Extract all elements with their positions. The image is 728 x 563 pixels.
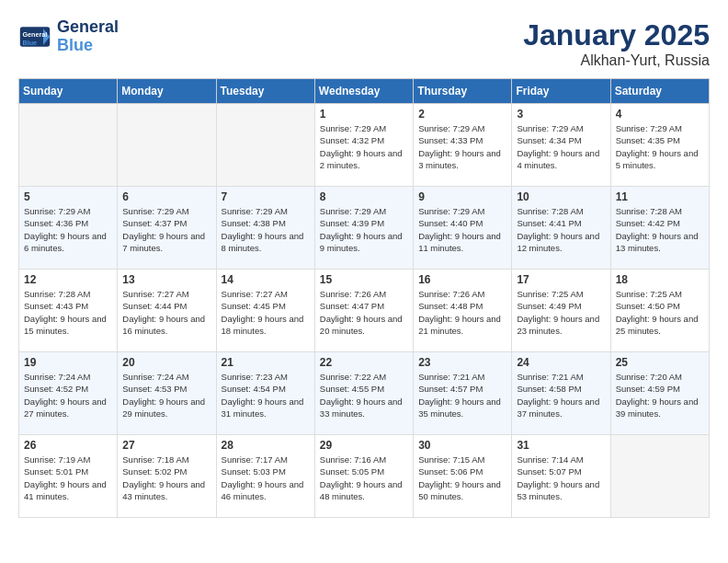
day-number: 8 bbox=[320, 190, 408, 203]
svg-text:General: General bbox=[23, 30, 48, 39]
calendar-cell: 23Sunrise: 7:21 AMSunset: 4:57 PMDayligh… bbox=[414, 352, 512, 435]
day-info: Sunrise: 7:29 AMSunset: 4:32 PMDaylight:… bbox=[320, 122, 408, 171]
logo-text: General Blue bbox=[57, 18, 119, 55]
day-info: Sunrise: 7:29 AMSunset: 4:36 PMDaylight:… bbox=[24, 205, 112, 254]
calendar-cell: 28Sunrise: 7:17 AMSunset: 5:03 PMDayligh… bbox=[216, 435, 314, 518]
calendar-cell: 14Sunrise: 7:27 AMSunset: 4:45 PMDayligh… bbox=[216, 270, 314, 352]
day-number: 29 bbox=[320, 439, 408, 452]
day-info: Sunrise: 7:28 AMSunset: 4:42 PMDaylight:… bbox=[616, 205, 704, 254]
day-number: 30 bbox=[418, 439, 506, 452]
day-info: Sunrise: 7:14 AMSunset: 5:07 PMDaylight:… bbox=[517, 454, 605, 502]
calendar-cell: 15Sunrise: 7:26 AMSunset: 4:47 PMDayligh… bbox=[314, 270, 413, 352]
col-header-friday: Friday bbox=[512, 79, 610, 104]
day-info: Sunrise: 7:21 AMSunset: 4:58 PMDaylight:… bbox=[517, 371, 605, 419]
calendar-header-row: SundayMondayTuesdayWednesdayThursdayFrid… bbox=[19, 79, 710, 104]
calendar-week-3: 12Sunrise: 7:28 AMSunset: 4:43 PMDayligh… bbox=[19, 270, 710, 352]
day-info: Sunrise: 7:28 AMSunset: 4:41 PMDaylight:… bbox=[517, 205, 605, 254]
calendar-cell: 6Sunrise: 7:29 AMSunset: 4:37 PMDaylight… bbox=[118, 187, 216, 270]
location-title: Alkhan-Yurt, Russia bbox=[523, 52, 710, 69]
day-number: 17 bbox=[517, 273, 605, 286]
day-info: Sunrise: 7:27 AMSunset: 4:45 PMDaylight:… bbox=[222, 288, 310, 337]
day-number: 4 bbox=[616, 108, 704, 121]
calendar-cell: 2Sunrise: 7:29 AMSunset: 4:33 PMDaylight… bbox=[414, 104, 512, 187]
calendar-cell: 31Sunrise: 7:14 AMSunset: 5:07 PMDayligh… bbox=[512, 435, 610, 518]
month-title: January 2025 bbox=[523, 18, 710, 52]
calendar-cell: 11Sunrise: 7:28 AMSunset: 4:42 PMDayligh… bbox=[610, 187, 709, 270]
day-info: Sunrise: 7:28 AMSunset: 4:43 PMDaylight:… bbox=[24, 288, 112, 337]
day-number: 2 bbox=[418, 108, 506, 121]
day-info: Sunrise: 7:27 AMSunset: 4:44 PMDaylight:… bbox=[122, 288, 210, 337]
calendar-cell bbox=[19, 104, 118, 187]
day-number: 28 bbox=[222, 439, 310, 452]
calendar-week-4: 19Sunrise: 7:24 AMSunset: 4:52 PMDayligh… bbox=[19, 352, 710, 435]
calendar-cell: 3Sunrise: 7:29 AMSunset: 4:34 PMDaylight… bbox=[512, 104, 610, 187]
day-info: Sunrise: 7:16 AMSunset: 5:05 PMDaylight:… bbox=[320, 454, 408, 502]
logo-icon: General Blue bbox=[18, 20, 51, 53]
day-number: 5 bbox=[24, 190, 112, 203]
day-number: 10 bbox=[517, 190, 605, 203]
calendar-cell: 21Sunrise: 7:23 AMSunset: 4:54 PMDayligh… bbox=[216, 352, 314, 435]
calendar-cell: 24Sunrise: 7:21 AMSunset: 4:58 PMDayligh… bbox=[512, 352, 610, 435]
day-info: Sunrise: 7:19 AMSunset: 5:01 PMDaylight:… bbox=[24, 454, 112, 502]
day-number: 15 bbox=[320, 273, 408, 286]
day-info: Sunrise: 7:20 AMSunset: 4:59 PMDaylight:… bbox=[616, 371, 704, 419]
day-number: 27 bbox=[122, 439, 210, 452]
day-number: 21 bbox=[222, 356, 310, 369]
calendar-cell: 27Sunrise: 7:18 AMSunset: 5:02 PMDayligh… bbox=[118, 435, 216, 518]
logo: General Blue General Blue bbox=[18, 18, 119, 55]
day-number: 11 bbox=[616, 190, 704, 203]
page-header: General Blue General Blue January 2025 A… bbox=[18, 18, 710, 69]
day-info: Sunrise: 7:15 AMSunset: 5:06 PMDaylight:… bbox=[418, 454, 506, 502]
day-number: 24 bbox=[517, 356, 605, 369]
day-info: Sunrise: 7:24 AMSunset: 4:53 PMDaylight:… bbox=[122, 371, 210, 419]
col-header-sunday: Sunday bbox=[19, 79, 118, 104]
calendar-cell: 12Sunrise: 7:28 AMSunset: 4:43 PMDayligh… bbox=[19, 270, 118, 352]
calendar-cell bbox=[610, 435, 709, 518]
day-number: 1 bbox=[320, 108, 408, 121]
day-number: 6 bbox=[122, 190, 210, 203]
calendar-cell: 16Sunrise: 7:26 AMSunset: 4:48 PMDayligh… bbox=[414, 270, 512, 352]
day-info: Sunrise: 7:29 AMSunset: 4:40 PMDaylight:… bbox=[418, 205, 506, 254]
day-number: 16 bbox=[418, 273, 506, 286]
day-number: 22 bbox=[320, 356, 408, 369]
day-number: 18 bbox=[616, 273, 704, 286]
day-info: Sunrise: 7:26 AMSunset: 4:47 PMDaylight:… bbox=[320, 288, 408, 337]
col-header-tuesday: Tuesday bbox=[216, 79, 314, 104]
calendar-cell: 9Sunrise: 7:29 AMSunset: 4:40 PMDaylight… bbox=[414, 187, 512, 270]
svg-text:Blue: Blue bbox=[23, 39, 38, 47]
calendar-cell bbox=[118, 104, 216, 187]
calendar-cell: 8Sunrise: 7:29 AMSunset: 4:39 PMDaylight… bbox=[314, 187, 413, 270]
col-header-saturday: Saturday bbox=[610, 79, 709, 104]
calendar-cell bbox=[216, 104, 314, 187]
calendar-cell: 22Sunrise: 7:22 AMSunset: 4:55 PMDayligh… bbox=[314, 352, 413, 435]
day-info: Sunrise: 7:29 AMSunset: 4:35 PMDaylight:… bbox=[616, 122, 704, 171]
calendar-cell: 30Sunrise: 7:15 AMSunset: 5:06 PMDayligh… bbox=[414, 435, 512, 518]
calendar-cell: 5Sunrise: 7:29 AMSunset: 4:36 PMDaylight… bbox=[19, 187, 118, 270]
day-info: Sunrise: 7:25 AMSunset: 4:50 PMDaylight:… bbox=[616, 288, 704, 337]
day-info: Sunrise: 7:17 AMSunset: 5:03 PMDaylight:… bbox=[222, 454, 310, 502]
day-info: Sunrise: 7:26 AMSunset: 4:48 PMDaylight:… bbox=[418, 288, 506, 337]
day-info: Sunrise: 7:21 AMSunset: 4:57 PMDaylight:… bbox=[418, 371, 506, 419]
day-info: Sunrise: 7:29 AMSunset: 4:33 PMDaylight:… bbox=[418, 122, 506, 171]
calendar-cell: 7Sunrise: 7:29 AMSunset: 4:38 PMDaylight… bbox=[216, 187, 314, 270]
day-info: Sunrise: 7:25 AMSunset: 4:49 PMDaylight:… bbox=[517, 288, 605, 337]
day-info: Sunrise: 7:29 AMSunset: 4:34 PMDaylight:… bbox=[517, 122, 605, 171]
title-block: January 2025 Alkhan-Yurt, Russia bbox=[523, 18, 710, 69]
calendar-week-1: 1Sunrise: 7:29 AMSunset: 4:32 PMDaylight… bbox=[19, 104, 710, 187]
day-info: Sunrise: 7:29 AMSunset: 4:37 PMDaylight:… bbox=[122, 205, 210, 254]
col-header-wednesday: Wednesday bbox=[314, 79, 413, 104]
calendar-cell: 10Sunrise: 7:28 AMSunset: 4:41 PMDayligh… bbox=[512, 187, 610, 270]
calendar-cell: 18Sunrise: 7:25 AMSunset: 4:50 PMDayligh… bbox=[610, 270, 709, 352]
day-info: Sunrise: 7:29 AMSunset: 4:39 PMDaylight:… bbox=[320, 205, 408, 254]
day-number: 19 bbox=[24, 356, 112, 369]
calendar-cell: 26Sunrise: 7:19 AMSunset: 5:01 PMDayligh… bbox=[19, 435, 118, 518]
calendar-week-5: 26Sunrise: 7:19 AMSunset: 5:01 PMDayligh… bbox=[19, 435, 710, 518]
day-info: Sunrise: 7:23 AMSunset: 4:54 PMDaylight:… bbox=[222, 371, 310, 419]
day-number: 14 bbox=[222, 273, 310, 286]
day-info: Sunrise: 7:29 AMSunset: 4:38 PMDaylight:… bbox=[222, 205, 310, 254]
calendar-cell: 20Sunrise: 7:24 AMSunset: 4:53 PMDayligh… bbox=[118, 352, 216, 435]
day-number: 20 bbox=[122, 356, 210, 369]
day-number: 9 bbox=[418, 190, 506, 203]
calendar-cell: 19Sunrise: 7:24 AMSunset: 4:52 PMDayligh… bbox=[19, 352, 118, 435]
calendar-table: SundayMondayTuesdayWednesdayThursdayFrid… bbox=[18, 78, 710, 518]
